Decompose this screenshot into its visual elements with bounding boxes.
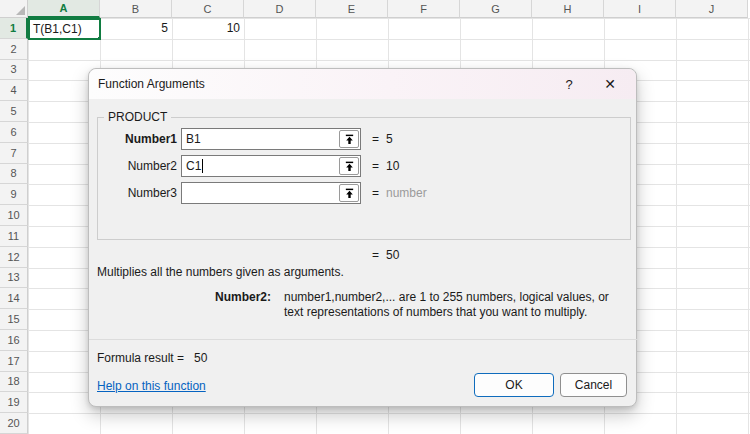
function-description: Multiplies all the numbers given as argu… bbox=[97, 265, 627, 280]
row-header-2[interactable]: 2 bbox=[0, 39, 28, 60]
dialog-separator bbox=[89, 339, 638, 340]
row-header-18[interactable]: 18 bbox=[0, 372, 28, 393]
number1-result: 5 bbox=[386, 128, 393, 150]
collapse-arrow-icon bbox=[344, 188, 355, 199]
formula-result-row: Formula result =50 bbox=[97, 350, 207, 366]
formula-result-label: Formula result = bbox=[97, 351, 184, 365]
row-header-16[interactable]: 16 bbox=[0, 330, 28, 351]
column-header-I[interactable]: I bbox=[604, 0, 676, 18]
dialog-title: Function Arguments bbox=[98, 77, 205, 91]
column-header-C[interactable]: C bbox=[172, 0, 244, 18]
row-header-13[interactable]: 13 bbox=[0, 268, 28, 289]
row-header-17[interactable]: 17 bbox=[0, 351, 28, 372]
column-header-D[interactable]: D bbox=[244, 0, 316, 18]
number2-input[interactable]: C1 bbox=[181, 155, 361, 177]
number2-value: C1 bbox=[186, 159, 201, 173]
column-header-A[interactable]: A bbox=[28, 0, 100, 18]
argument-help-label: Number2: bbox=[97, 290, 271, 319]
argument-help: Number2: number1,number2,... are 1 to 25… bbox=[97, 290, 631, 319]
select-all-triangle-icon bbox=[16, 6, 25, 15]
row-header-15[interactable]: 15 bbox=[0, 309, 28, 330]
column-header-F[interactable]: F bbox=[388, 0, 460, 18]
row-header-1[interactable]: 1 bbox=[0, 18, 28, 39]
row-header-20[interactable]: 20 bbox=[0, 413, 28, 434]
function-name: PRODUCT bbox=[104, 110, 171, 124]
row-header-11[interactable]: 11 bbox=[0, 226, 28, 247]
number1-value: B1 bbox=[186, 132, 201, 146]
overall-result-row: = 50 bbox=[89, 247, 638, 263]
column-header-H[interactable]: H bbox=[532, 0, 604, 18]
number1-input[interactable]: B1 bbox=[181, 128, 361, 150]
collapse-arrow-icon bbox=[344, 161, 355, 172]
dialog-help-button[interactable]: ? bbox=[552, 69, 586, 99]
number1-collapse-dialog-button[interactable] bbox=[339, 130, 359, 148]
dialog-close-button[interactable]: ✕ bbox=[593, 69, 627, 99]
cell-C1[interactable]: 10 bbox=[172, 18, 244, 39]
row-header-12[interactable]: 12 bbox=[0, 247, 28, 268]
column-header-B[interactable]: B bbox=[100, 0, 172, 18]
column-header-J[interactable]: J bbox=[676, 0, 748, 18]
number3-collapse-dialog-button[interactable] bbox=[339, 184, 359, 202]
number2-collapse-dialog-button[interactable] bbox=[339, 157, 359, 175]
row-header-10[interactable]: 10 bbox=[0, 205, 28, 226]
formula-result-value: 50 bbox=[194, 351, 207, 365]
number3-label: Number3 bbox=[101, 182, 177, 204]
row-header-4[interactable]: 4 bbox=[0, 80, 28, 101]
row-header-8[interactable]: 8 bbox=[0, 164, 28, 185]
number1-label: Number1 bbox=[101, 128, 177, 150]
row-header-9[interactable]: 9 bbox=[0, 184, 28, 205]
argument-help-text: number1,number2,... are 1 to 255 numbers… bbox=[284, 290, 631, 319]
overall-equals: = bbox=[372, 247, 379, 263]
fill-handle[interactable] bbox=[97, 36, 101, 40]
number2-label: Number2 bbox=[101, 155, 177, 177]
ok-button[interactable]: OK bbox=[474, 373, 554, 397]
number3-input[interactable] bbox=[181, 182, 361, 204]
argument-row-number3: Number3 = number bbox=[89, 182, 638, 204]
number3-result-placeholder: number bbox=[386, 182, 427, 204]
number2-result: 10 bbox=[386, 155, 399, 177]
row-header-19[interactable]: 19 bbox=[0, 392, 28, 413]
column-headers: ABCDEFGHIJ bbox=[28, 0, 748, 18]
cancel-button[interactable]: Cancel bbox=[560, 373, 627, 397]
spreadsheet: ABCDEFGHIJ 12345678910111213141516171819… bbox=[0, 0, 750, 434]
number3-equals: = bbox=[372, 182, 379, 204]
column-header-E[interactable]: E bbox=[316, 0, 388, 18]
number2-equals: = bbox=[372, 155, 379, 177]
row-header-6[interactable]: 6 bbox=[0, 122, 28, 143]
selected-cell-A1[interactable]: T(B1,C1) bbox=[28, 18, 101, 40]
collapse-arrow-icon bbox=[344, 134, 355, 145]
row-header-5[interactable]: 5 bbox=[0, 101, 28, 122]
row-header-14[interactable]: 14 bbox=[0, 288, 28, 309]
row-header-7[interactable]: 7 bbox=[0, 143, 28, 164]
column-header-G[interactable]: G bbox=[460, 0, 532, 18]
select-all-corner[interactable] bbox=[0, 0, 28, 18]
function-arguments-dialog: Function Arguments ? ✕ PRODUCT Number1 B… bbox=[88, 68, 637, 407]
argument-row-number2: Number2 C1 = 10 bbox=[89, 155, 638, 177]
number1-equals: = bbox=[372, 128, 379, 150]
help-on-this-function-link[interactable]: Help on this function bbox=[97, 379, 206, 394]
argument-row-number1: Number1 B1 = 5 bbox=[89, 128, 638, 150]
row-headers: 123456789101112131415161718192021 bbox=[0, 18, 28, 434]
text-cursor bbox=[202, 159, 203, 173]
row-header-3[interactable]: 3 bbox=[0, 60, 28, 81]
cell-B1[interactable]: 5 bbox=[100, 18, 172, 39]
overall-result: 50 bbox=[386, 247, 399, 263]
cell-A1-text: T(B1,C1) bbox=[33, 22, 82, 36]
